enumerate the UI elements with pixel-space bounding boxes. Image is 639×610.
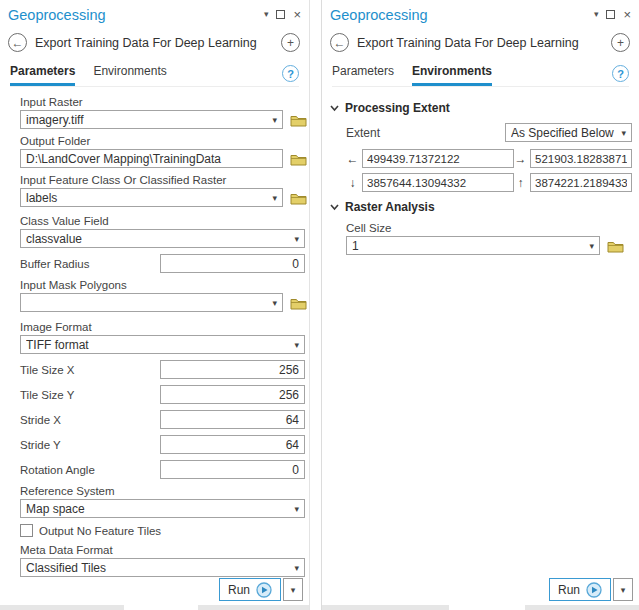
extent-mode-combobox[interactable]: As Specified Below ▾ [505, 123, 632, 142]
pane-titlebar: Geoprocessing ▾ × [0, 0, 309, 24]
input-raster-label: Input Raster [20, 96, 309, 108]
tile-size-y-label: Tile Size Y [20, 389, 160, 401]
extent-north-input[interactable] [530, 173, 632, 192]
horizontal-scrollbar[interactable] [322, 605, 639, 610]
section-processing-extent[interactable]: Processing Extent [330, 101, 631, 115]
add-to-project-button[interactable]: + [611, 33, 630, 52]
extent-east-input[interactable] [530, 149, 632, 168]
reference-system-label: Reference System [20, 485, 309, 497]
input-mask-polygons-combobox[interactable]: ▾ [20, 293, 283, 312]
back-button[interactable]: ← [330, 33, 349, 52]
play-icon [256, 582, 272, 598]
pane-menu-caret-icon[interactable]: ▾ [264, 10, 269, 19]
chevron-down-icon: ▾ [291, 585, 296, 595]
chevron-down-icon [330, 203, 339, 212]
cell-size-label: Cell Size [346, 222, 631, 234]
tile-size-x-input[interactable] [160, 360, 305, 379]
section-raster-analysis[interactable]: Raster Analysis [330, 200, 631, 214]
output-no-feature-tiles-label: Output No Feature Tiles [39, 525, 161, 537]
restore-window-icon[interactable] [276, 10, 285, 19]
run-options-dropdown-button[interactable]: ▾ [283, 578, 303, 601]
add-to-project-button[interactable]: + [281, 33, 300, 52]
cell-size-combobox[interactable]: 1 ▾ [346, 236, 600, 255]
run-button-group: Run ▾ [219, 578, 303, 601]
play-icon [586, 582, 602, 598]
panel-gap [310, 0, 321, 610]
restore-window-icon[interactable] [606, 10, 615, 19]
tool-title: Export Training Data For Deep Learning [357, 36, 603, 50]
help-icon[interactable]: ? [612, 65, 629, 82]
browse-folder-icon[interactable] [607, 239, 624, 253]
tile-size-x-label: Tile Size X [20, 364, 160, 376]
input-mask-polygons-label: Input Mask Polygons [20, 279, 309, 291]
chevron-down-icon: ▾ [272, 193, 277, 203]
stride-y-input[interactable] [160, 435, 305, 454]
output-folder-label: Output Folder [20, 135, 309, 147]
chevron-down-icon: ▾ [294, 504, 299, 514]
run-button[interactable]: Run [549, 578, 611, 601]
chevron-down-icon: ▾ [272, 298, 277, 308]
pane-titlebar: Geoprocessing ▾ × [322, 0, 639, 24]
tab-bar: Parameters Environments ? [332, 64, 629, 87]
chevron-down-icon: ▾ [294, 234, 299, 244]
class-value-field-combobox[interactable]: classvalue ▾ [20, 229, 305, 248]
browse-folder-icon[interactable] [290, 296, 307, 310]
horizontal-scrollbar[interactable] [0, 605, 309, 610]
pane-title: Geoprocessing [8, 7, 106, 23]
output-folder-input[interactable] [20, 149, 283, 168]
image-format-label: Image Format [20, 321, 309, 333]
back-arrow-icon: ← [12, 37, 24, 49]
input-feature-class-label: Input Feature Class Or Classified Raster [20, 174, 309, 186]
close-pane-icon[interactable]: × [293, 8, 301, 21]
geoprocessing-pane-parameters: Geoprocessing ▾ × ← Export Training Data… [0, 0, 310, 610]
extent-label: Extent [346, 126, 505, 140]
rotation-angle-label: Rotation Angle [20, 464, 160, 476]
chevron-down-icon [330, 104, 339, 113]
output-no-feature-tiles-row: Output No Feature Tiles [20, 524, 309, 537]
tab-parameters[interactable]: Parameters [332, 64, 394, 86]
buffer-radius-input[interactable] [160, 254, 305, 273]
parameters-form: Input Raster imagery.tiff ▾ Output Folde… [0, 87, 309, 577]
tab-bar: Parameters Environments ? [10, 64, 299, 87]
browse-folder-icon[interactable] [290, 191, 307, 205]
class-value-field-label: Class Value Field [20, 215, 309, 227]
plus-icon: + [287, 37, 294, 49]
north-arrow-icon: ↑ [514, 176, 527, 190]
run-button[interactable]: Run [219, 578, 281, 601]
stride-x-input[interactable] [160, 410, 305, 429]
image-format-combobox[interactable]: TIFF format ▾ [20, 335, 305, 354]
tile-size-y-input[interactable] [160, 385, 305, 404]
back-button[interactable]: ← [8, 33, 27, 52]
pane-menu-caret-icon[interactable]: ▾ [594, 10, 599, 19]
tab-parameters[interactable]: Parameters [10, 64, 75, 86]
tab-environments[interactable]: Environments [93, 64, 166, 86]
browse-folder-icon[interactable] [290, 113, 307, 127]
chevron-down-icon: ▾ [294, 340, 299, 350]
stride-y-label: Stride Y [20, 439, 160, 451]
meta-data-format-combobox[interactable]: Classified Tiles ▾ [20, 558, 305, 577]
reference-system-combobox[interactable]: Map space ▾ [20, 499, 305, 518]
run-button-group: Run ▾ [549, 578, 633, 601]
arcgis-geoprocessing-panes: Geoprocessing ▾ × ← Export Training Data… [0, 0, 639, 610]
tool-header: ← Export Training Data For Deep Learning… [330, 33, 630, 52]
chevron-down-icon: ▾ [589, 241, 594, 251]
environments-form: Processing Extent Extent As Specified Be… [322, 87, 639, 255]
extent-south-input[interactable] [362, 173, 514, 192]
help-icon[interactable]: ? [282, 65, 299, 82]
input-feature-class-combobox[interactable]: labels ▾ [20, 188, 283, 207]
tool-title: Export Training Data For Deep Learning [35, 36, 273, 50]
extent-coordinates: ← → ↓ ↑ [346, 149, 631, 192]
meta-data-format-label: Meta Data Format [20, 544, 309, 556]
buffer-radius-label: Buffer Radius [20, 258, 160, 270]
input-raster-combobox[interactable]: imagery.tiff ▾ [20, 110, 283, 129]
west-arrow-icon: ← [346, 152, 359, 166]
output-no-feature-tiles-checkbox[interactable] [20, 524, 33, 537]
tab-environments[interactable]: Environments [412, 64, 492, 86]
close-pane-icon[interactable]: × [623, 8, 631, 21]
run-options-dropdown-button[interactable]: ▾ [613, 578, 633, 601]
stride-x-label: Stride X [20, 414, 160, 426]
back-arrow-icon: ← [334, 37, 346, 49]
browse-folder-icon[interactable] [290, 152, 307, 166]
rotation-angle-input[interactable] [160, 460, 305, 479]
extent-west-input[interactable] [362, 149, 514, 168]
